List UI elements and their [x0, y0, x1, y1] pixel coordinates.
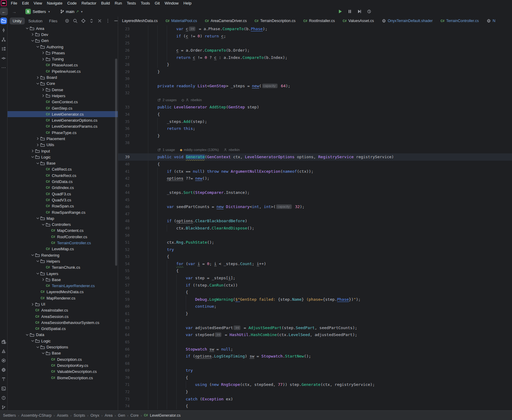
- run-button[interactable]: [338, 9, 343, 14]
- code-line-57[interactable]: 57if (!step.CanRun(ctx)): [118, 281, 512, 289]
- collapse-all-icon[interactable]: [97, 18, 102, 23]
- code-line-72[interactable]: 72}: [118, 388, 512, 396]
- menu-item-edit[interactable]: Edit: [20, 0, 31, 6]
- code-line-53[interactable]: 53{: [118, 253, 512, 260]
- author-label[interactable]: nbelkin: [229, 148, 240, 152]
- tree-item-levelmap-cs[interactable]: C#LevelMap.cs: [7, 246, 118, 252]
- tree-item-levelgeneratorparams-cs[interactable]: C#LevelGeneratorParams.cs: [7, 123, 118, 130]
- menu-item-run[interactable]: Run: [112, 0, 124, 6]
- tree-item-roofcontroller-cs[interactable]: C#RoofController.cs: [7, 234, 118, 240]
- menu-item-navigate[interactable]: Navigate: [44, 0, 65, 6]
- line-number[interactable]: 45: [122, 197, 130, 202]
- code-line-40[interactable]: 40{: [118, 161, 512, 168]
- line-number[interactable]: 48: [122, 219, 130, 223]
- tree-item-cellrect-cs[interactable]: C#CellRect.cs: [7, 166, 118, 172]
- line-number[interactable]: 57: [122, 283, 130, 287]
- code-line-29[interactable]: 29}: [118, 68, 512, 75]
- tree-item-biomedescription-cs[interactable]: C#BiomeDescription.cs: [7, 375, 118, 381]
- code-line-36[interactable]: 36return this;: [118, 125, 512, 132]
- usages-label[interactable]: 2 usages: [163, 98, 177, 102]
- chevron-down-icon[interactable]: [35, 44, 40, 49]
- breadcrumb-item-assets[interactable]: Assets: [57, 413, 68, 418]
- tree-item-rowspan-cs[interactable]: C#RowSpan.cs: [7, 203, 118, 209]
- tree-item-quadf3-cs[interactable]: C#QuadF3.cs: [7, 191, 118, 197]
- unity-log-icon[interactable]: [0, 348, 7, 354]
- tree-item-rowspanrange-cs[interactable]: C#RowSpanRange.cs: [7, 209, 118, 215]
- tree-item-data[interactable]: Data: [7, 332, 118, 338]
- code-line-28[interactable]: 28}: [118, 61, 512, 68]
- tree-item-map[interactable]: Map: [7, 215, 118, 221]
- code-line-43[interactable]: 43: [118, 182, 512, 189]
- structure-icon[interactable]: [0, 46, 7, 52]
- code-line-32[interactable]: 32: [118, 89, 512, 97]
- line-number[interactable]: 39: [122, 155, 130, 159]
- line-number[interactable]: 51: [122, 240, 130, 245]
- menu-item-tools[interactable]: Tools: [138, 0, 152, 6]
- tree-item-areasessionbehavioursystem-cs[interactable]: C#AreaSessionBehaviourSystem.cs: [7, 319, 118, 325]
- code-line-56[interactable]: 56var step = _steps[i];: [118, 274, 512, 282]
- expand-all-icon[interactable]: [89, 18, 94, 23]
- tree-item-controllers[interactable]: Controllers: [7, 222, 118, 228]
- code-line-50[interactable]: 50: [118, 232, 512, 239]
- back-button[interactable]: ←: [0, 8, 8, 15]
- menu-item-view[interactable]: View: [31, 0, 44, 6]
- chevron-right-icon[interactable]: [35, 143, 40, 147]
- line-number[interactable]: 24: [122, 34, 130, 38]
- editor-tab-materialpool-cs[interactable]: C#MaterialPool.cs: [162, 17, 201, 25]
- more-icon[interactable]: [0, 64, 7, 71]
- line-number[interactable]: 63: [122, 325, 130, 330]
- tree-item-base[interactable]: Base: [7, 160, 118, 166]
- bookmark-icon[interactable]: [0, 55, 7, 62]
- code-editor[interactable]: 23var c:int = a.Phase.CompareTo(b.Phase)…: [118, 25, 512, 411]
- code-line-66[interactable]: 66Stopwatch sw = null;: [118, 345, 512, 353]
- code-line-27[interactable]: 27return c != 0 ? c : a.Index.CompareTo(…: [118, 54, 512, 61]
- breadcrumb-item-assembly-csharp[interactable]: Assembly-CSharp: [21, 413, 52, 418]
- tree-scrollbar[interactable]: [115, 59, 117, 266]
- chevron-down-icon[interactable]: [35, 216, 40, 221]
- terminal-icon[interactable]: [0, 385, 7, 392]
- menu-item-help[interactable]: Help: [181, 0, 194, 6]
- line-number[interactable]: 69: [122, 368, 130, 373]
- project-selector[interactable]: S Settlers ▾: [25, 9, 50, 14]
- tree-item-areasession-cs[interactable]: C#AreaSession.cs: [7, 313, 118, 319]
- tree-item-gridindex-cs[interactable]: C#GridIndex.cs: [7, 185, 118, 191]
- breadcrumb-item-onyx[interactable]: Onyx: [91, 413, 99, 418]
- chevron-right-icon[interactable]: [30, 302, 35, 307]
- chevron-down-icon[interactable]: [35, 259, 40, 264]
- tree-item-layeredmeshdata-cs[interactable]: C#LayeredMeshData.cs: [7, 289, 118, 295]
- line-number[interactable]: 32: [122, 91, 130, 95]
- line-number[interactable]: 38: [122, 140, 130, 145]
- tree-item-description-cs[interactable]: C#Description.cs: [7, 356, 118, 362]
- line-number[interactable]: 73: [122, 397, 130, 401]
- line-number[interactable]: 61: [122, 311, 130, 316]
- line-number[interactable]: 67: [122, 354, 130, 358]
- editor-tab-terraindescription-cs[interactable]: C#TerrainDescription.cs: [251, 17, 300, 25]
- target-icon[interactable]: [81, 18, 86, 23]
- menu-item-refactor[interactable]: Refactor: [79, 0, 99, 6]
- chevron-right-icon[interactable]: [35, 136, 40, 141]
- line-number[interactable]: 66: [122, 347, 130, 351]
- hierarchy-icon[interactable]: [0, 36, 7, 43]
- chevron-down-icon[interactable]: [35, 271, 40, 276]
- line-number[interactable]: 28: [122, 62, 130, 67]
- code-line-25[interactable]: 25: [118, 40, 512, 47]
- code-line-61[interactable]: 61}: [118, 310, 512, 317]
- chevron-right-icon[interactable]: [41, 93, 46, 98]
- kebab-icon[interactable]: [105, 18, 110, 23]
- line-number[interactable]: 59: [122, 297, 130, 302]
- breadcrumb-item-scripts[interactable]: Scripts: [74, 413, 85, 418]
- breadcrumb-item-area[interactable]: Area: [105, 413, 112, 418]
- line-number[interactable]: 52: [122, 247, 130, 252]
- breadcrumb-item-gen[interactable]: Gen: [118, 413, 125, 418]
- tree-item-phases[interactable]: Phases: [7, 50, 118, 56]
- tree-item-phasetype-cs[interactable]: C#PhaseType.cs: [7, 130, 118, 136]
- chevron-right-icon[interactable]: [35, 75, 40, 80]
- editor-tab-rootinstaller-cs[interactable]: C#RootInstaller.cs: [299, 17, 339, 25]
- code-line-69[interactable]: 69try: [118, 367, 512, 374]
- author-label[interactable]: nbelkin: [191, 98, 201, 102]
- line-number[interactable]: 42: [122, 176, 130, 181]
- tree-item-layers[interactable]: Layers: [7, 271, 118, 277]
- tree-item-base[interactable]: Base: [7, 277, 118, 283]
- code-line-26[interactable]: 26c = a.Order.CompareTo(b.Order);: [118, 47, 512, 54]
- tree-item-logic[interactable]: Logic: [7, 338, 118, 344]
